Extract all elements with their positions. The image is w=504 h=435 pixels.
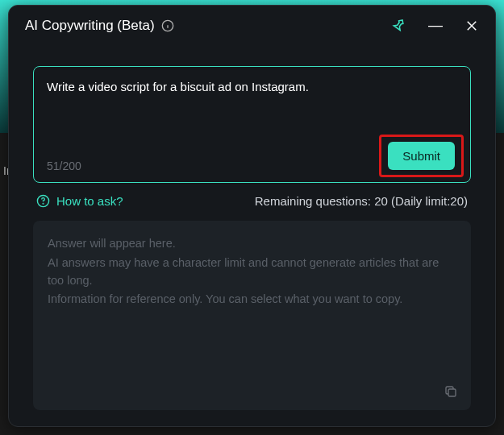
question-icon: [36, 194, 50, 208]
prompt-text[interactable]: Write a video script for a biscuit ad on…: [47, 80, 457, 115]
answer-placeholder-line: AI answers may have a character limit an…: [48, 255, 456, 290]
submit-highlight: Submit: [379, 135, 464, 177]
modal-header: AI Copywriting (Beta) —: [9, 6, 495, 42]
ai-copywriting-modal: AI Copywriting (Beta) — Write a video sc…: [8, 5, 496, 427]
submit-button[interactable]: Submit: [388, 142, 455, 170]
svg-point-6: [43, 203, 44, 204]
prompt-input-box[interactable]: Write a video script for a biscuit ad on…: [33, 66, 471, 183]
meta-row: How to ask? Remaining questions: 20 (Dai…: [33, 194, 471, 208]
pin-icon[interactable]: [391, 18, 406, 33]
remaining-questions: Remaining questions: 20 (Daily limit:20): [255, 194, 468, 208]
info-icon[interactable]: [161, 19, 174, 32]
char-count: 51/200: [47, 160, 81, 172]
modal-content: Write a video script for a biscuit ad on…: [9, 42, 495, 426]
svg-rect-7: [448, 389, 456, 396]
how-to-ask-link[interactable]: How to ask?: [36, 194, 123, 208]
answer-output-box: Answer will appear here. AI answers may …: [33, 221, 471, 410]
minimize-button[interactable]: —: [427, 17, 444, 34]
answer-placeholder-line: Answer will appear here.: [48, 235, 456, 253]
close-button[interactable]: [464, 19, 479, 33]
answer-placeholder-line: Information for reference only. You can …: [48, 291, 456, 309]
how-to-ask-label: How to ask?: [56, 194, 123, 208]
copy-icon[interactable]: [444, 384, 458, 399]
modal-title: AI Copywriting (Beta): [25, 18, 155, 34]
